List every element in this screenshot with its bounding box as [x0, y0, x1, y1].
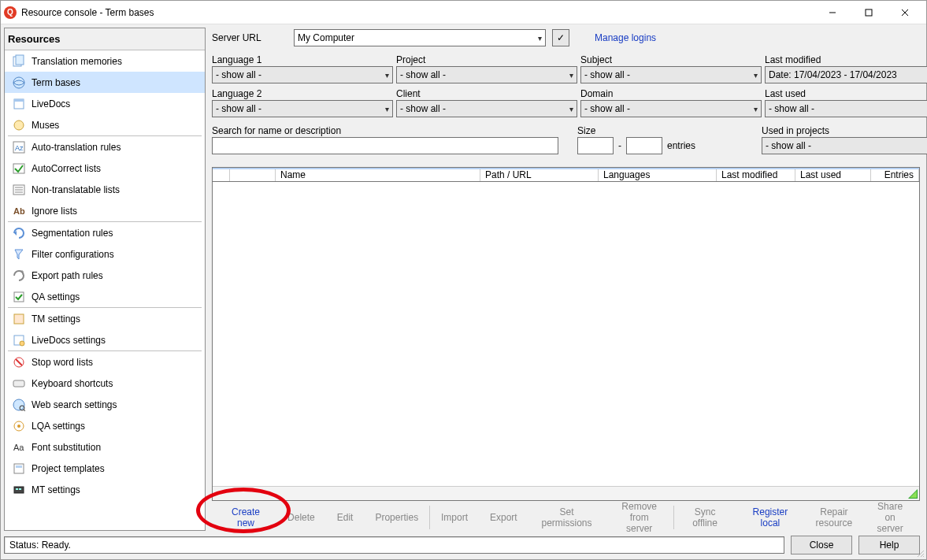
sidebar-item-livedocs[interactable]: LiveDocs	[5, 93, 205, 114]
search-input[interactable]	[212, 137, 558, 154]
minimize-button[interactable]	[814, 1, 851, 24]
sidebar-item-stop-word-lists[interactable]: Stop word lists	[5, 351, 205, 373]
set-permissions-action[interactable]: Set permissions	[528, 501, 606, 534]
svg-rect-5	[16, 55, 24, 65]
properties-action[interactable]: Properties	[364, 501, 429, 534]
svg-rect-25	[13, 380, 24, 387]
share-on-server-action[interactable]: Share on server	[863, 501, 917, 534]
sidebar-item-auto-translation-rules[interactable]: AzAuto-translation rules	[5, 136, 205, 158]
filter-value: - show all -	[584, 103, 630, 114]
sidebar-item-export-path-rules[interactable]: Export path rules	[5, 265, 205, 286]
filter-label: Client	[396, 88, 577, 99]
sidebar-item-non-translatable-lists[interactable]: Non-translatable lists	[5, 179, 205, 200]
sidebar-item-livedocs-settings[interactable]: LiveDocs settings	[5, 329, 205, 350]
sidebar-item-label: Non-translatable lists	[32, 184, 120, 195]
server-url-combo[interactable]: My Computer ▾	[294, 29, 546, 46]
sidebar-item-label: Web search settings	[32, 399, 117, 410]
help-button[interactable]: Help	[858, 536, 920, 554]
size-unit: entries	[667, 140, 695, 151]
chevron-down-icon: ▾	[385, 105, 389, 113]
sidebar-item-label: Keyboard shortcuts	[32, 378, 113, 389]
sidebar-item-label: Term bases	[32, 77, 80, 88]
column-header[interactable]: Entries	[871, 168, 919, 181]
import-action[interactable]: Import	[430, 501, 479, 534]
filter-combo-language-2[interactable]: - show all -▾	[212, 100, 393, 117]
status-ok-icon	[907, 488, 919, 500]
sidebar-item-filter-configurations[interactable]: Filter configurations	[5, 243, 205, 265]
column-header[interactable]: Last used	[795, 168, 871, 181]
sidebar-item-project-templates[interactable]: Project templates	[5, 458, 205, 479]
svg-text:Ab: Ab	[13, 206, 25, 216]
filter-label: Language 1	[212, 54, 393, 65]
size-max-input[interactable]	[626, 137, 662, 154]
sidebar-item-icon	[11, 482, 27, 498]
sidebar-item-icon	[11, 397, 27, 413]
server-url-apply-button[interactable]: ✓	[552, 29, 569, 46]
svg-point-22	[20, 341, 24, 346]
sidebar-item-label: Export path rules	[32, 270, 103, 281]
filter-combo-subject[interactable]: - show all -▾	[580, 66, 762, 83]
filter-value: - show all -	[216, 69, 261, 80]
sidebar-item-icon	[11, 311, 27, 327]
sidebar-item-tm-settings[interactable]: TM settings	[5, 308, 205, 329]
results-table: NamePath / URLLanguagesLast modifiedLast…	[212, 167, 920, 501]
sidebar-item-autocorrect-lists[interactable]: AutoCorrect lists	[5, 158, 205, 179]
close-window-button[interactable]	[887, 1, 923, 24]
maximize-button[interactable]	[851, 1, 887, 24]
chevron-down-icon: ▾	[569, 71, 573, 80]
sidebar-item-segmentation-rules[interactable]: Segmentation rules	[5, 222, 205, 243]
sidebar-item-icon	[11, 54, 27, 69]
used-in-projects-combo[interactable]: - show all - ▾	[762, 137, 927, 154]
sidebar-item-term-bases[interactable]: Term bases	[5, 72, 205, 93]
filter-combo-last-used[interactable]: - show all -▾	[765, 100, 927, 117]
sidebar-item-label: LiveDocs settings	[32, 335, 106, 346]
svg-rect-20	[14, 314, 24, 324]
export-action[interactable]: Export	[479, 501, 528, 534]
sidebar-item-lqa-settings[interactable]: LQA settings	[5, 415, 205, 436]
sidebar-item-icon	[11, 75, 27, 91]
sidebar-item-icon	[11, 418, 27, 434]
remove-from-server-action[interactable]: Remove from server	[605, 501, 673, 534]
resources-sidebar: Resources Translation memoriesTerm bases…	[4, 28, 206, 531]
filter-combo-domain[interactable]: - show all -▾	[580, 100, 762, 117]
filter-label: Last modified	[765, 54, 927, 65]
edit-action[interactable]: Edit	[326, 501, 365, 534]
manage-logins-link[interactable]: Manage logins	[595, 32, 656, 43]
filter-combo-project[interactable]: - show all -▾	[396, 66, 577, 83]
filter-combo-last-modified[interactable]: Date: 17/04/2023 - 17/04/2023▾	[765, 66, 927, 83]
table-footer	[213, 486, 919, 500]
sidebar-item-ignore-lists[interactable]: AbIgnore lists	[5, 200, 205, 221]
column-header[interactable]: Path / URL	[480, 168, 599, 181]
create-new-action[interactable]: Create new	[215, 501, 276, 534]
sidebar-item-web-search-settings[interactable]: Web search settings	[5, 394, 205, 415]
filter-combo-client[interactable]: - show all -▾	[396, 100, 577, 117]
column-header[interactable]: Last modified	[717, 168, 795, 181]
sidebar-item-font-substitution[interactable]: AaFont substitution	[5, 436, 205, 458]
sidebar-item-muses[interactable]: Muses	[5, 114, 205, 135]
sidebar-item-icon	[11, 332, 27, 348]
close-button[interactable]: Close	[791, 536, 852, 554]
repair-resource-action[interactable]: Repair resource	[805, 501, 864, 534]
filter-combo-language-1[interactable]: - show all -▾	[212, 66, 393, 83]
sidebar-item-label: QA settings	[32, 291, 80, 302]
column-header[interactable]	[213, 168, 230, 181]
size-min-input[interactable]	[577, 137, 614, 154]
filter-label: Last used	[765, 88, 927, 99]
register-local-action[interactable]: Register local	[736, 501, 804, 534]
sidebar-item-mt-settings[interactable]: MT settings	[5, 479, 205, 500]
column-header[interactable]: Name	[276, 168, 480, 181]
sidebar-item-keyboard-shortcuts[interactable]: Keyboard shortcuts	[5, 373, 205, 394]
svg-line-39	[918, 551, 924, 557]
column-header[interactable]: Languages	[599, 168, 717, 181]
sidebar-item-icon	[11, 161, 27, 176]
resize-grip[interactable]	[915, 548, 925, 558]
column-header[interactable]	[230, 168, 276, 181]
filter-label: Subject	[580, 54, 762, 65]
filter-value: - show all -	[769, 103, 814, 114]
delete-action[interactable]: Delete	[276, 501, 326, 534]
sidebar-item-qa-settings[interactable]: QA settings	[5, 286, 205, 307]
sync-offline-action[interactable]: Sync offline	[674, 501, 736, 534]
sidebar-item-translation-memories[interactable]: Translation memories	[5, 50, 205, 72]
filter-label: Project	[396, 54, 577, 65]
sidebar-list: Translation memoriesTerm basesLiveDocsMu…	[5, 50, 205, 530]
